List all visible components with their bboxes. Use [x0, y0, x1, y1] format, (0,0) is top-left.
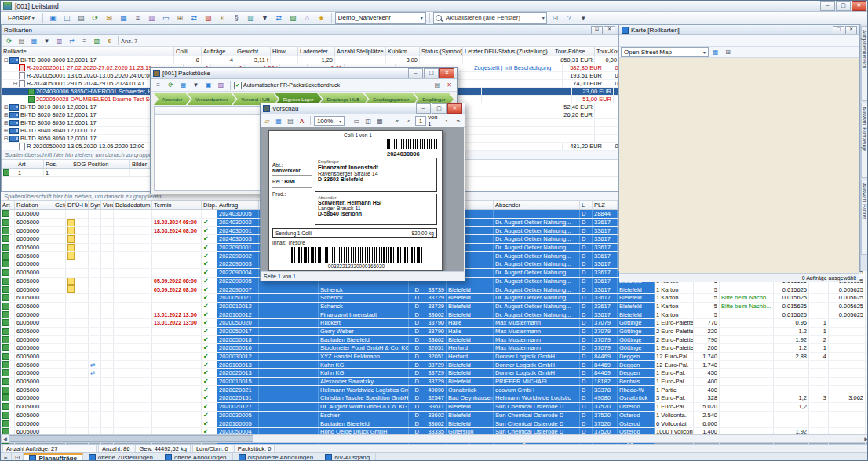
tree-expander-icon[interactable]: ⊟	[3, 57, 9, 64]
orders-column-header[interactable]: PLZ	[593, 201, 618, 210]
print-icon[interactable]: ▤	[16, 35, 27, 46]
vorschau-maximize-icon[interactable]: ▢	[432, 103, 447, 114]
refresh-icon[interactable]: ⟳	[165, 80, 177, 91]
prev-page-icon[interactable]: ‹	[403, 115, 414, 126]
first-page-icon[interactable]: «	[392, 115, 402, 126]
tree-expander-icon[interactable]: ⊟	[3, 136, 9, 142]
table-row[interactable]: 6005000✔2020100005Bauladen BielefeldD336…	[1, 419, 868, 428]
orders-column-header[interactable]: Absender	[494, 201, 580, 210]
columns-icon[interactable]: ▥	[244, 12, 257, 24]
table-row[interactable]: 6005000✔2020050021SchenckD33729Bielefeld…	[1, 294, 868, 303]
filter-icon[interactable]: ▼	[258, 12, 272, 24]
vorschau-close-icon[interactable]: ✕	[447, 103, 462, 114]
columns-icon[interactable]: ▥	[53, 35, 65, 46]
layout-grid-icon[interactable]: ▦	[375, 115, 385, 126]
tabbar-menu-icon[interactable]: ≡	[1, 453, 12, 461]
orders-column-header[interactable]: Auftrag	[217, 201, 259, 210]
global-search[interactable]: ▾	[433, 12, 547, 24]
table-row[interactable]: 6005000✔2020010015Alexander SawatzkyD337…	[1, 378, 868, 387]
menu-fenster[interactable]: Fenster▾	[3, 12, 39, 24]
next-page-icon[interactable]: ›	[442, 115, 452, 126]
packstuecke-maximize-icon[interactable]: ▢	[424, 68, 439, 78]
save-icon[interactable]: ▦	[274, 115, 284, 126]
rollkarten-column-header[interactable]: Status (Symbol)	[420, 47, 463, 56]
orders-column-header[interactable]: Gefahr..	[53, 201, 66, 210]
map-close-icon[interactable]: ✕	[845, 26, 857, 34]
tab-offene-abholungen[interactable]: offene Abholungen	[159, 453, 233, 461]
hscroll-thumb[interactable]	[9, 435, 253, 442]
map-fullscreen-icon[interactable]: ⊞	[722, 47, 734, 58]
tree-expander-icon[interactable]: ⊞	[3, 128, 9, 134]
scroll-right-icon[interactable]: ▶	[863, 436, 868, 441]
close-button[interactable]: ✕	[852, 1, 866, 11]
map-canvas[interactable]	[619, 58, 859, 273]
minimize-button[interactable]: –	[820, 1, 835, 11]
packstuecke-minimize-icon[interactable]: –	[408, 68, 423, 78]
map-settings-icon[interactable]: ▦	[709, 47, 721, 58]
last-page-icon[interactable]: »	[453, 115, 463, 126]
currency-icon[interactable]: €	[216, 12, 229, 24]
detail-column-header[interactable]: Pos.	[44, 160, 71, 169]
search-input[interactable]	[444, 13, 540, 22]
list-icon[interactable]: ≡	[78, 35, 90, 46]
packstuecke-close-icon[interactable]: ✕	[439, 68, 454, 78]
tab-planauftr-ge[interactable]: Planaufträge	[24, 453, 82, 461]
orders-column-header[interactable]: Relation	[15, 201, 53, 210]
rollkarten-column-header[interactable]: Lademeter	[298, 47, 335, 56]
tree-expander-icon[interactable]: ⊞	[3, 112, 9, 118]
list-icon[interactable]: ≡	[131, 12, 144, 24]
table-row[interactable]: 600500005.09.2022 08:00✔2022090007Schenc…	[1, 285, 868, 294]
rollkarten-column-header[interactable]: Letzter DFÜ-Status (Zustellung)	[463, 47, 553, 56]
profile-combo[interactable]: Demo_Nahverkehr ▾	[335, 12, 426, 24]
orders-column-header[interactable]: Disp..	[202, 201, 217, 210]
orders-hscrollbar[interactable]: ◀ ▶	[1, 434, 868, 443]
map-icon[interactable]: ▧	[91, 35, 103, 46]
settings-icon[interactable]: §	[230, 12, 243, 24]
table-row[interactable]: 6005000⇄✔2020100013Kuhn KGD33729Bielefel…	[1, 361, 868, 369]
autoprint-checkbox[interactable]: ✔	[234, 82, 242, 89]
sync-icon[interactable]: ⇄	[272, 12, 286, 24]
rollkarten-column-header[interactable]: Tour-Erlöse	[553, 47, 595, 56]
map-layer-select[interactable]: Open Street Map▾	[621, 47, 709, 57]
packstuecke-delete-icon[interactable]: ✕	[443, 80, 455, 91]
mail-icon[interactable]: ✉	[103, 12, 116, 24]
table-row[interactable]: 600500013.01.2022 13:00✔2020100012Finanz…	[1, 310, 868, 319]
print-icon[interactable]: ▤	[286, 115, 296, 126]
more-icon[interactable]: ▾	[577, 12, 590, 24]
orders-column-header[interactable]: Beladedatum	[114, 201, 152, 210]
table-row[interactable]: 6005000✔2020020151Christian Tasche Spedi…	[1, 394, 868, 403]
tab-offene-zustellungen[interactable]: offene Zustellungen	[83, 453, 159, 461]
close-panel-icon[interactable]: ✕	[604, 26, 615, 34]
table-row[interactable]: 6005000✔2020050018Bauladen BielefeldD336…	[1, 336, 868, 344]
orders-column-header[interactable]: Art	[1, 201, 15, 210]
list-icon[interactable]: ≡	[152, 80, 164, 91]
side-tab-aufgabenbereich[interactable]: Aufgabenbereich	[861, 26, 868, 101]
table-row[interactable]: 6005000✔2020050017Gerry WeberD33790Halle…	[1, 328, 868, 336]
table-row[interactable]: 6005000✔2020010012SchenckD33729Bielefeld…	[1, 303, 868, 311]
print-icon[interactable]: ▤	[75, 12, 88, 24]
map-icon[interactable]: ▧	[286, 12, 300, 24]
window-icon[interactable]: ▣	[46, 12, 60, 24]
table-row[interactable]: 6005000✔2020020021Hellmann Worldwide Log…	[1, 386, 868, 394]
orders-column-header[interactable]: DFÜ-Hinweis	[66, 201, 89, 210]
table-row[interactable]: 6005000✔2020030012XYZ Handel FeldmannD32…	[1, 353, 868, 361]
table-row[interactable]: 600500013.01.2022 13:00✔2020050020Rücker…	[1, 319, 868, 328]
tab-nv-ausgang[interactable]: NV-Ausgang	[319, 453, 376, 461]
flow-station-2[interactable]: Versandpartner	[188, 93, 236, 105]
open-icon[interactable]: ▱	[262, 115, 272, 126]
route-icon[interactable]: ⇄	[188, 12, 201, 24]
preview-area[interactable]: Colli 1 von 1 2024030006 Abt.: Nahverkeh…	[261, 127, 464, 272]
rollkarten-column-header[interactable]: Hinw...	[271, 47, 298, 56]
sync-icon[interactable]: ⇄	[66, 35, 78, 46]
star-icon[interactable]: ★	[315, 12, 328, 24]
table-icon[interactable]: ▦	[28, 35, 40, 46]
cascade-icon[interactable]: ◫	[60, 12, 74, 24]
truck-icon[interactable]: ▭	[159, 12, 173, 24]
chart-icon[interactable]: ▨	[215, 80, 227, 91]
table-icon[interactable]: ▦	[177, 80, 189, 91]
table-row[interactable]: 6005000✔2020050016Stockmeier Food GmbH &…	[1, 344, 868, 353]
help-icon[interactable]: ?	[563, 12, 576, 24]
orders-column-header[interactable]: Syn..	[89, 201, 101, 210]
maximize-button[interactable]: ▢	[836, 1, 851, 11]
rollkarten-column-header[interactable]: Rollkarte	[2, 47, 174, 56]
